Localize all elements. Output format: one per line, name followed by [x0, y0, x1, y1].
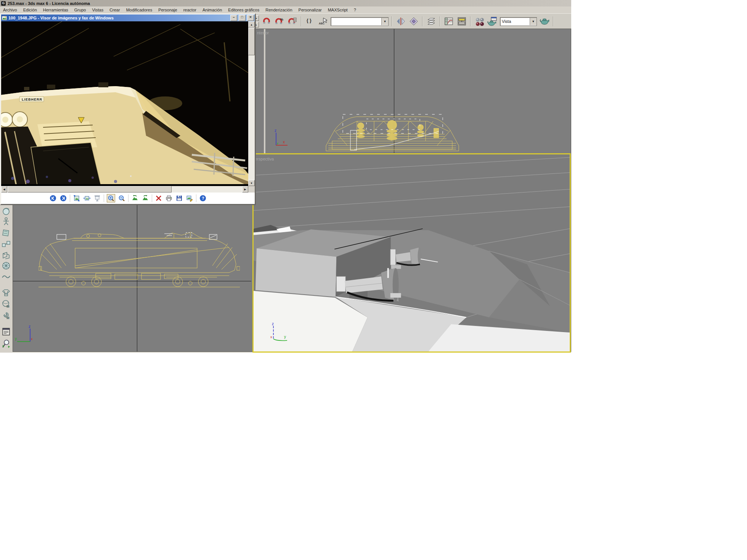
- angle-snap-button[interactable]: [261, 16, 272, 27]
- scroll-right-icon[interactable]: ▶: [242, 186, 248, 193]
- menu-herramientas[interactable]: Herramientas: [43, 8, 68, 12]
- svg-text:y: y: [284, 335, 286, 339]
- menu-editores-graficos[interactable]: Editores gráficos: [228, 8, 259, 12]
- svg-text:?: ?: [202, 196, 204, 201]
- svg-text:x: x: [283, 140, 285, 144]
- menu-help[interactable]: ?: [354, 8, 356, 12]
- render-scene-button[interactable]: [487, 16, 498, 27]
- scroll-up-icon[interactable]: ▲: [248, 21, 255, 27]
- zoom-in-button[interactable]: [107, 194, 115, 202]
- curve-editor-icon: [444, 17, 453, 26]
- close-button[interactable]: ✕: [247, 15, 254, 21]
- viewer-horizontal-scrollbar[interactable]: ◀ ▶: [1, 186, 248, 193]
- edit-named-selections-button[interactable]: ABC: [318, 16, 328, 27]
- slideshow-button[interactable]: [93, 194, 101, 202]
- menu-vistas[interactable]: Vistas: [92, 8, 103, 12]
- max-menubar: Archivo Edición Herramientas Grupo Vista…: [0, 6, 571, 13]
- actual-size-button[interactable]: [83, 194, 91, 202]
- max-titlebar[interactable]: G 253.max - 3ds max 6 - Licencia autónom…: [0, 0, 571, 6]
- edit-image-button[interactable]: [186, 194, 193, 202]
- svg-text:M: M: [5, 292, 8, 295]
- reactor-wheel-icon[interactable]: [1, 261, 11, 271]
- viewer-toolbar-separator: [70, 194, 70, 202]
- rotate-cw-button[interactable]: [141, 194, 149, 202]
- align-button[interactable]: [408, 16, 419, 27]
- scroll-down-icon[interactable]: ▼: [248, 180, 255, 186]
- menu-reactor[interactable]: reactor: [183, 8, 196, 12]
- named-selection-sets-button[interactable]: { }: [305, 16, 315, 27]
- front-viewport-label[interactable]: nterior: [257, 30, 269, 35]
- perspective-viewport[interactable]: erspectiva z y x: [252, 153, 571, 353]
- scroll-left-icon[interactable]: ◀: [1, 186, 7, 193]
- svg-text:{ }: { }: [307, 18, 312, 23]
- menu-personaje[interactable]: Personaje: [158, 8, 177, 12]
- curve-editor-button[interactable]: [443, 16, 454, 27]
- named-selection-dropdown[interactable]: ▼: [331, 17, 389, 26]
- next-image-button[interactable]: [59, 194, 67, 202]
- reactor-deforming-mesh-icon[interactable]: [1, 250, 11, 260]
- reactor-cloth-collection-icon[interactable]: [1, 228, 11, 238]
- edit-image-icon: [186, 195, 193, 202]
- viewer-toolbar-separator: [104, 194, 104, 202]
- horizontal-scroll-thumb[interactable]: [8, 186, 172, 193]
- help-button[interactable]: ?: [199, 194, 207, 202]
- zoom-out-button[interactable]: [118, 194, 125, 202]
- menu-crear[interactable]: Crear: [109, 8, 120, 12]
- menu-archivo[interactable]: Archivo: [3, 8, 17, 12]
- delete-button[interactable]: [155, 194, 162, 202]
- reactor-analyze-icon[interactable]: [1, 339, 11, 349]
- reactor-cloth-modifier-icon[interactable]: M: [1, 288, 11, 298]
- menu-modificadores[interactable]: Modificadores: [126, 8, 152, 12]
- reactor-constraint-icon[interactable]: [1, 239, 11, 249]
- schematic-view-button[interactable]: [456, 16, 467, 27]
- toolbar-separator: [470, 16, 471, 26]
- maximize-button[interactable]: □: [239, 15, 246, 21]
- viewer-titlebar[interactable]: 100_1948.JPG - Visor de imágenes y fax d…: [1, 14, 255, 21]
- percent-snap-button[interactable]: %: [274, 16, 285, 27]
- align-icon: [409, 17, 418, 26]
- reactor-rope-modifier-icon[interactable]: M: [1, 311, 11, 321]
- reactor-property-editor-icon[interactable]: [1, 327, 11, 337]
- material-editor-button[interactable]: [474, 16, 485, 27]
- chevron-down-icon[interactable]: ▼: [530, 18, 537, 25]
- screen: G 253.max - 3ds max 6 - Licencia autónom…: [0, 0, 747, 560]
- viewer-vertical-scrollbar[interactable]: ▲ ▼: [248, 21, 255, 186]
- mirror-icon: [396, 17, 405, 26]
- save-icon: [176, 195, 183, 202]
- reactor-rope-icon[interactable]: [1, 272, 11, 282]
- mirror-button[interactable]: [395, 16, 406, 27]
- rotate-ccw-button[interactable]: [131, 194, 139, 202]
- quick-render-button[interactable]: [539, 16, 550, 27]
- svg-text:y: y: [277, 141, 278, 145]
- toolbar-separator: [553, 16, 554, 26]
- menu-maxscript[interactable]: MAXScript: [328, 8, 348, 12]
- perspective-axis-tripod: z y x: [262, 322, 292, 346]
- minimize-button[interactable]: –: [230, 15, 237, 21]
- chevron-down-icon[interactable]: ▼: [381, 18, 388, 25]
- menu-personalizar[interactable]: Personalizar: [299, 8, 322, 12]
- viewer-window-title: 100_1948.JPG - Visor de imágenes y fax d…: [8, 16, 229, 20]
- save-button[interactable]: [175, 194, 183, 202]
- reactor-rigid-body-collection-icon[interactable]: [1, 206, 11, 216]
- actual-size-icon: [84, 195, 90, 202]
- best-fit-button[interactable]: [73, 194, 80, 202]
- svg-text:M: M: [6, 305, 10, 308]
- menu-animacion[interactable]: Animación: [202, 8, 222, 12]
- reactor-ragdoll-icon[interactable]: [1, 217, 11, 226]
- vertical-scroll-thumb[interactable]: [248, 28, 255, 55]
- menu-grupo[interactable]: Grupo: [74, 8, 86, 12]
- layer-manager-button[interactable]: [426, 16, 437, 27]
- perspective-scene: [254, 154, 570, 351]
- svg-text:x: x: [270, 335, 272, 339]
- menu-renderizacion[interactable]: Renderización: [265, 8, 292, 12]
- render-type-dropdown[interactable]: Vista ▼: [500, 17, 537, 26]
- front-axis-tripod: z x y: [262, 128, 288, 150]
- menu-edicion[interactable]: Edición: [23, 8, 37, 12]
- previous-image-button[interactable]: [49, 194, 57, 202]
- svg-text:y: y: [15, 337, 17, 341]
- perspective-viewport-label[interactable]: erspectiva: [255, 157, 274, 161]
- print-button[interactable]: [165, 194, 173, 202]
- spinner-snap-button[interactable]: [287, 16, 298, 27]
- reactor-softbody-modifier-icon[interactable]: M: [1, 299, 11, 309]
- print-icon: [165, 195, 172, 202]
